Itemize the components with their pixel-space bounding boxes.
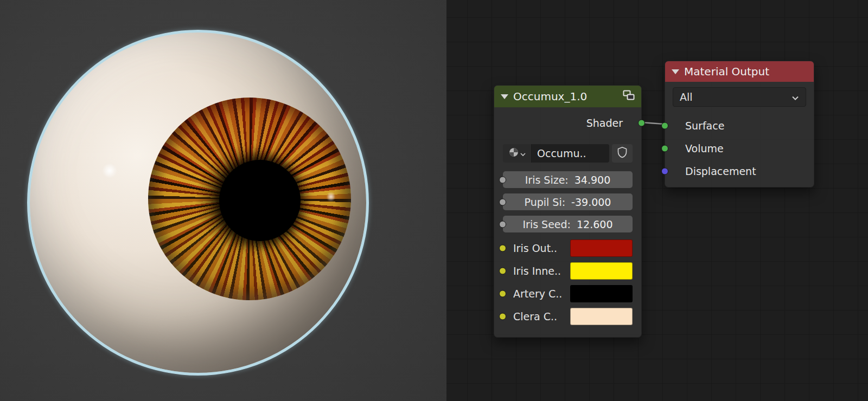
shield-icon	[617, 146, 628, 160]
3d-viewport[interactable]	[0, 0, 446, 401]
material-output-title: Material Output	[684, 65, 769, 78]
surface-input-label: Surface	[685, 120, 724, 132]
volume-input-row: Volume	[665, 137, 814, 160]
material-name-field[interactable]: Occumu..	[532, 144, 609, 163]
displacement-input-socket[interactable]	[661, 168, 668, 175]
pupil-size-input-socket[interactable]	[499, 198, 506, 205]
iris-size-input-socket[interactable]	[499, 176, 506, 183]
shader-output-label: Shader	[586, 117, 623, 129]
pupil-size-label: Pupil Si:	[525, 196, 566, 208]
pupil	[219, 160, 301, 241]
secondary-highlight	[327, 191, 335, 203]
collapse-arrow-icon[interactable]	[501, 94, 508, 99]
occumux-node-header[interactable]: Occumux_1.0	[494, 86, 641, 107]
shader-node-editor[interactable]: Occumux_1.0 Shader	[446, 0, 868, 401]
iris-outer-label: Iris Out..	[503, 242, 557, 254]
occumux-node-title: Occumux_1.0	[513, 90, 587, 103]
shader-output-socket[interactable]	[638, 120, 645, 127]
iris-seed-slider[interactable]: Iris Seed: 12.600	[503, 216, 633, 232]
displacement-input-label: Displacement	[685, 165, 756, 177]
iris-size-label: Iris Size:	[525, 174, 569, 186]
volume-input-label: Volume	[685, 143, 724, 154]
target-dropdown[interactable]: All	[673, 87, 806, 107]
iris-seed-value: 12.600	[577, 218, 612, 230]
artery-color-row: Artery C..	[503, 285, 633, 302]
displacement-input-row: Displacement	[665, 160, 814, 183]
node-material-output[interactable]: Material Output All Surface Volume	[665, 61, 814, 187]
iris	[148, 98, 351, 300]
shader-output-row: Shader	[494, 113, 641, 133]
iris-inner-color-swatch[interactable]	[570, 262, 633, 280]
iris-inner-input-socket[interactable]	[499, 268, 506, 275]
target-dropdown-value: All	[680, 91, 693, 103]
iris-outer-color-swatch[interactable]	[570, 240, 633, 257]
artery-color-swatch[interactable]	[570, 285, 633, 302]
collapse-arrow-icon[interactable]	[672, 69, 679, 74]
specular-highlight	[101, 164, 118, 178]
node-occumux[interactable]: Occumux_1.0 Shader	[494, 85, 642, 338]
iris-size-slider[interactable]: Iris Size: 34.900	[503, 171, 633, 188]
chevron-down-icon	[520, 148, 526, 159]
iris-inner-color-row: Iris Inne..	[503, 262, 633, 280]
node-group-icon	[623, 90, 635, 104]
eyeball-render	[27, 30, 369, 376]
sclera-color-row: Clera C..	[503, 308, 633, 325]
fake-user-shield-toggle[interactable]	[612, 144, 633, 163]
volume-input-socket[interactable]	[661, 145, 668, 152]
pupil-size-slider[interactable]: Pupil Si: -39.000	[503, 193, 633, 210]
artery-input-socket[interactable]	[499, 290, 506, 297]
material-output-header[interactable]: Material Output	[665, 61, 814, 82]
iris-seed-label: Iris Seed:	[522, 218, 571, 230]
iris-outer-input-socket[interactable]	[499, 245, 506, 252]
iris-inner-label: Iris Inne..	[503, 265, 561, 277]
occumux-node-body: Shader	[494, 107, 641, 337]
material-output-body: All Surface Volume Displacement	[665, 82, 814, 187]
material-selector-row: Occumu..	[503, 144, 633, 163]
iris-outer-color-row: Iris Out..	[503, 240, 633, 257]
iris-size-value: 34.900	[575, 174, 610, 186]
material-sphere-icon	[509, 147, 519, 159]
sclera-input-socket[interactable]	[499, 313, 506, 320]
surface-input-row: Surface	[665, 114, 814, 137]
surface-input-socket[interactable]	[661, 122, 668, 130]
chevron-down-icon	[792, 91, 799, 103]
pupil-size-value: -39.000	[571, 196, 611, 208]
material-browse-button[interactable]	[503, 144, 532, 163]
artery-color-label: Artery C..	[503, 288, 562, 300]
sclera-color-label: Clera C..	[503, 311, 557, 322]
iris-seed-input-socket[interactable]	[499, 221, 506, 228]
sclera-color-swatch[interactable]	[570, 308, 633, 325]
